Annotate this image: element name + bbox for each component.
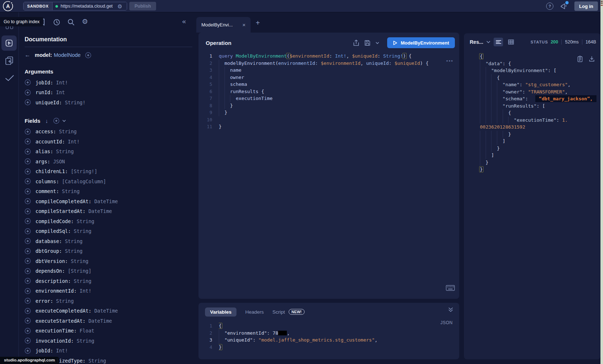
field-type[interactable]: Int!	[56, 80, 68, 85]
collections-nav-item[interactable]	[5, 56, 14, 66]
announcements-icon[interactable]	[560, 2, 568, 10]
field-type[interactable]: String	[65, 248, 83, 254]
add-field-icon[interactable]	[25, 258, 31, 264]
field-type[interactable]: DateTime	[94, 198, 118, 204]
field-type[interactable]: String	[74, 228, 92, 234]
field-type[interactable]: String	[88, 358, 106, 364]
add-field-icon[interactable]	[25, 198, 31, 204]
explorer-settings-icon[interactable]: ⚙	[82, 17, 88, 26]
apollo-logo-icon[interactable]: A	[2, 0, 14, 12]
search-icon[interactable]	[67, 18, 75, 26]
run-operation-button[interactable]: ModelByEnvironment	[387, 37, 455, 48]
field-name[interactable]: compileStartedAt:	[35, 208, 85, 214]
add-field-icon[interactable]	[25, 158, 31, 164]
field-type[interactable]: JSON	[53, 159, 65, 164]
collapse-panel-icon[interactable]: «	[182, 17, 186, 25]
add-field-icon[interactable]	[25, 89, 31, 96]
add-field-icon[interactable]	[25, 178, 31, 184]
field-type[interactable]: String	[77, 338, 95, 344]
field-name[interactable]: compiledCode:	[35, 218, 74, 224]
add-field-icon[interactable]	[25, 268, 31, 274]
field-type[interactable]: String	[65, 238, 83, 244]
add-all-fields-icon[interactable]	[53, 118, 59, 124]
add-field-icon[interactable]	[25, 129, 31, 135]
graph-index-icon[interactable]	[6, 26, 9, 29]
field-name[interactable]: uniqueId:	[35, 100, 62, 105]
field-type[interactable]: DateTime	[94, 308, 118, 314]
tab-script[interactable]: Script	[272, 309, 285, 315]
download-response-icon[interactable]	[589, 56, 595, 62]
raw-view-icon[interactable]	[494, 38, 503, 46]
copy-response-icon[interactable]	[577, 56, 583, 62]
response-dropdown[interactable]: Res...	[470, 39, 483, 45]
response-code[interactable]: {"data": {"modelByEnvironment": [{"name"…	[464, 49, 600, 173]
publish-button[interactable]: Publish	[129, 2, 156, 11]
field-name[interactable]: access:	[35, 129, 56, 134]
add-field-icon[interactable]	[25, 168, 31, 175]
field-name[interactable]: args:	[35, 159, 50, 164]
collapse-variables-icon[interactable]	[448, 307, 453, 312]
tab-headers[interactable]: Headers	[245, 309, 264, 315]
add-field-icon[interactable]	[25, 99, 31, 105]
add-field-icon[interactable]	[25, 248, 31, 254]
add-field-icon[interactable]	[25, 318, 31, 324]
operation-tab[interactable]: ModelByEnvi... ×	[196, 17, 251, 33]
back-icon[interactable]: ←	[25, 52, 30, 58]
add-field-icon[interactable]	[25, 338, 31, 344]
field-type[interactable]: DateTime	[88, 318, 112, 324]
add-field-icon[interactable]	[25, 238, 31, 244]
add-field-icon[interactable]	[25, 79, 31, 85]
save-options-chevron-icon[interactable]	[376, 42, 379, 44]
field-type[interactable]: Int!	[68, 139, 80, 145]
add-field-icon[interactable]	[25, 138, 31, 145]
field-type[interactable]: Int!	[56, 348, 68, 353]
add-field-icon[interactable]	[25, 208, 31, 214]
field-name[interactable]: comment:	[35, 188, 59, 194]
add-field-icon[interactable]	[25, 288, 31, 294]
add-field-icon[interactable]	[25, 298, 31, 304]
field-type[interactable]: Float	[80, 328, 95, 334]
field-name[interactable]: jobId:	[35, 348, 53, 353]
field-name[interactable]: environmentId:	[35, 288, 77, 294]
field-name[interactable]: executeCompletedAt:	[35, 308, 91, 314]
field-type[interactable]: String	[56, 148, 74, 154]
field-name[interactable]: error:	[35, 298, 53, 304]
field-type[interactable]: [String!]	[71, 168, 97, 174]
field-name[interactable]: childrenL1:	[35, 168, 68, 174]
field-name[interactable]: jobId:	[35, 80, 53, 85]
add-field-icon[interactable]	[25, 188, 31, 194]
variables-editor[interactable]: 1234 {"environmentId": 78,"uniqueId": "m…	[198, 322, 459, 351]
endpoint-url-text[interactable]: https://metadata.cloud.get	[60, 4, 115, 9]
field-type[interactable]: String	[71, 258, 88, 264]
field-name[interactable]: dbtVersion:	[35, 258, 68, 264]
operation-code[interactable]: query ModelByEnvironment($environmentId:…	[219, 53, 459, 130]
field-name[interactable]: columns:	[35, 179, 59, 184]
sandbox-badge[interactable]: SANDBOX	[24, 2, 53, 10]
field-name[interactable]: dependsOn:	[35, 268, 65, 274]
field-type[interactable]: String	[62, 188, 80, 194]
graph-index-icon[interactable]	[10, 26, 13, 29]
sort-fields-icon[interactable]: ↓	[45, 118, 48, 124]
field-name[interactable]: invocationId:	[35, 338, 74, 344]
field-type[interactable]: String	[59, 129, 77, 134]
add-type-icon[interactable]	[85, 52, 91, 58]
help-icon[interactable]: ?	[546, 3, 553, 10]
editor-menu-icon[interactable]: •••	[446, 58, 453, 63]
share-operation-icon[interactable]	[353, 39, 359, 46]
field-name[interactable]: runId:	[35, 89, 53, 95]
field-type[interactable]: Int!	[80, 288, 92, 294]
field-type[interactable]: String	[56, 298, 74, 304]
field-name[interactable]: compileCompletedAt:	[35, 198, 91, 204]
operation-editor[interactable]: 1234567891011 query ModelByEnvironment($…	[198, 53, 459, 130]
login-button[interactable]: Log in	[574, 1, 598, 11]
field-type[interactable]: String!	[65, 100, 85, 105]
endpoint-url-field[interactable]: https://metadata.cloud.get ⚙	[53, 2, 127, 10]
field-type[interactable]: [String]	[68, 268, 91, 274]
field-name[interactable]: executeStartedAt:	[35, 318, 85, 324]
field-name[interactable]: description:	[35, 278, 71, 284]
response-chevron-icon[interactable]	[486, 41, 490, 43]
save-operation-icon[interactable]	[364, 40, 370, 46]
field-type[interactable]: String	[74, 278, 92, 284]
explorer-nav-item[interactable]	[1, 35, 17, 51]
field-name[interactable]: dbtGroup:	[35, 248, 62, 254]
